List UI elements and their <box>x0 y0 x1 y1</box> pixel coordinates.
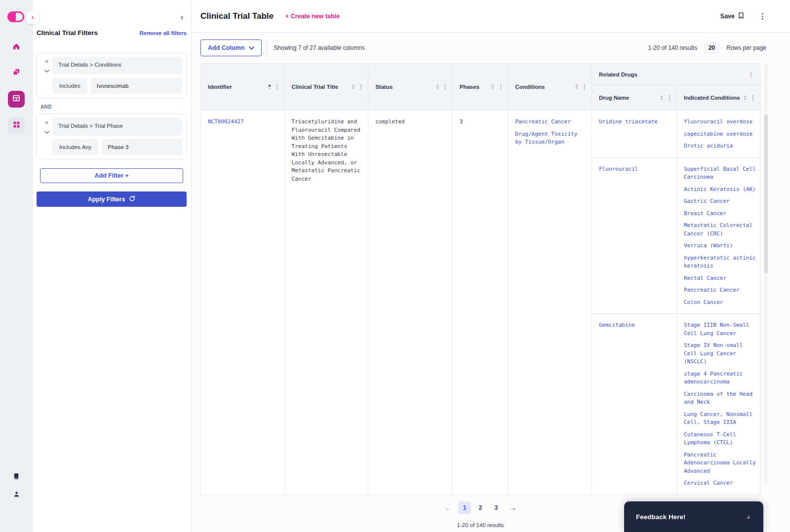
sort-icon[interactable] <box>436 84 439 90</box>
refresh-icon <box>129 195 135 203</box>
column-header-identifier[interactable]: Identifier ⋮ <box>201 64 285 110</box>
sidebar-item-apps[interactable] <box>8 117 25 134</box>
home-icon <box>12 42 20 52</box>
page-title: Clinical Trial Table <box>200 11 274 21</box>
indication-link[interactable]: Superficial Basal Cell Carcinoma <box>684 165 757 182</box>
previous-page-arrow-icon[interactable]: ← <box>440 501 455 514</box>
table-menu-kebab-icon[interactable]: ⋮ <box>759 12 766 20</box>
condition-link[interactable]: Pancreatic Cancer <box>515 118 587 126</box>
filter-operator-selector[interactable]: Includes Any <box>52 139 98 155</box>
indication-link[interactable]: Stage IV Non-small Cell Lung Cancer (NSC… <box>684 342 757 366</box>
indication-link[interactable]: stage 4 Pancreatic adenocarcinoma <box>684 370 757 386</box>
column-kebab-icon[interactable]: ⋮ <box>748 72 754 77</box>
panel-collapse-button[interactable]: ‹ <box>181 13 183 22</box>
column-header-conditions[interactable]: Conditions ⋮ <box>508 64 592 110</box>
pill-logo-icon[interactable] <box>7 11 24 24</box>
page-button-1[interactable]: 1 <box>458 501 471 514</box>
drug-name-link[interactable]: Uridine triacetate <box>592 111 677 157</box>
page-button-3[interactable]: 3 <box>490 501 503 514</box>
column-header-status[interactable]: Status ⋮ <box>368 64 453 110</box>
column-label: Drug Name <box>599 95 660 101</box>
filter-value-input[interactable]: Phase 3 <box>102 139 182 155</box>
cell-trial-title: Triacetyluridine and Fluorouracil Compar… <box>285 111 369 494</box>
chevron-down-icon[interactable] <box>44 127 49 136</box>
indication-link[interactable]: capecitabine overdose <box>684 130 757 139</box>
sidebar-item-home[interactable] <box>8 39 25 56</box>
column-header-phases[interactable]: Phases ⋮ <box>453 64 509 110</box>
sort-icon[interactable] <box>491 84 494 90</box>
column-header-indicated-conditions[interactable]: Indicated Conditions ⋮ <box>677 85 760 110</box>
remove-filter-icon[interactable]: × <box>45 59 49 64</box>
indication-link[interactable]: Verruca (Warts) <box>684 242 757 250</box>
drug-name-link[interactable]: Fluorouracil <box>592 158 677 314</box>
sort-icon[interactable] <box>744 95 747 101</box>
remove-all-filters-link[interactable]: Remove all filters <box>140 30 187 36</box>
drug-name-link[interactable]: Gemcitabine <box>592 314 677 494</box>
indication-link[interactable]: Metastatic Colorectal Cancer (CRC) <box>684 222 757 238</box>
column-header-drug-name[interactable]: Drug Name ⋮ <box>592 85 677 110</box>
filter-field-selector[interactable]: Trial Details > Trial Phase <box>52 118 182 136</box>
table-toolbar: Add Column Showing 7 of 27 available col… <box>192 33 790 63</box>
sort-icon[interactable] <box>660 95 663 101</box>
indication-link[interactable]: Orotic aciduria <box>684 142 757 151</box>
create-new-table-link[interactable]: + Create new table <box>285 13 340 20</box>
clinical-trial-table: Identifier ⋮ Clinical Trial Title ⋮ Stat… <box>200 63 760 495</box>
remove-filter-icon[interactable]: × <box>45 120 49 125</box>
add-filter-button[interactable]: Add Filter + <box>40 168 183 183</box>
chevron-down-icon[interactable] <box>44 66 49 75</box>
indication-link[interactable]: Gastric Cancer <box>684 197 757 206</box>
indication-link[interactable]: Colon Cancer <box>684 299 757 307</box>
column-kebab-icon[interactable]: ⋮ <box>582 84 588 90</box>
indication-link[interactable]: fluorouracil overdose <box>684 118 757 126</box>
feedback-button[interactable]: Feedback Here! ▲ <box>624 501 763 532</box>
next-page-arrow-icon[interactable]: → <box>506 501 520 514</box>
indication-link[interactable]: Lung Cancer, Nonsmall Cell, Stage IIIA <box>684 411 757 427</box>
indication-link[interactable]: Cervical Cancer <box>684 479 757 488</box>
filter-conjunction-label: AND <box>40 104 187 110</box>
sidebar-expand-button[interactable]: › <box>26 11 39 24</box>
chevron-left-icon: ‹ <box>181 13 183 21</box>
indication-link[interactable]: Breast Cancer <box>684 210 757 218</box>
condition-link[interactable]: Drug/Agent Toxicity by Tissue/Organ <box>515 130 587 147</box>
column-kebab-icon[interactable]: ⋮ <box>750 95 756 101</box>
sort-icon[interactable] <box>575 84 578 90</box>
drug-subrow: Fluorouracil Superficial Basal Cell Carc… <box>592 158 760 314</box>
indication-link[interactable]: Carcinoma of the Head and Neck <box>684 390 757 407</box>
column-kebab-icon[interactable]: ⋮ <box>358 84 364 90</box>
cell-conditions: Pancreatic CancerDrug/Agent Toxicity by … <box>508 111 592 494</box>
sidebar-item-documents[interactable] <box>8 65 25 81</box>
column-kebab-icon[interactable]: ⋮ <box>667 95 672 101</box>
column-kebab-icon[interactable]: ⋮ <box>442 84 448 90</box>
column-label: Clinical Trial Title <box>292 84 352 90</box>
save-button[interactable]: Save <box>720 12 744 21</box>
indication-link[interactable]: hyperkeratotic actinic keratosis <box>684 254 757 270</box>
apply-filters-button[interactable]: Apply Filters <box>37 191 187 207</box>
column-label: Status <box>375 84 436 90</box>
table-header-row: Identifier ⋮ Clinical Trial Title ⋮ Stat… <box>201 64 760 111</box>
sort-icon[interactable] <box>268 84 271 90</box>
pagination-summary: 1-20 of 140 results <box>457 522 504 528</box>
sidebar-item-tables[interactable] <box>8 91 25 108</box>
drug-indications: fluorouracil overdosecapecitabine overdo… <box>677 111 760 157</box>
indication-link[interactable]: Pancreatic Adenocarcinoma Locally Advanc… <box>684 451 757 476</box>
icon-rail: › <box>0 0 33 532</box>
indication-link[interactable]: Stage IIIB Non-Small Cell Lung Cancer <box>684 321 757 338</box>
indication-link[interactable]: Rectal Cancer <box>684 274 757 283</box>
rows-per-page-select[interactable]: 20 <box>704 42 719 54</box>
column-kebab-icon[interactable]: ⋮ <box>275 84 280 90</box>
column-kebab-icon[interactable]: ⋮ <box>498 84 504 90</box>
filter-field-selector[interactable]: Trial Details > Conditions <box>52 57 182 75</box>
page-button-2[interactable]: 2 <box>474 501 487 514</box>
indication-link[interactable]: Pancreatic Cancer <box>684 286 757 295</box>
indication-link[interactable]: Cutaneous T-Cell Lymphoma (CTCL) <box>684 431 757 447</box>
cell-identifier[interactable]: NCT00024427 <box>201 111 285 494</box>
add-column-button[interactable]: Add Column <box>200 39 262 56</box>
filter-operator-selector[interactable]: Includes <box>52 78 87 94</box>
sort-icon[interactable] <box>352 84 355 90</box>
column-header-trial-title[interactable]: Clinical Trial Title ⋮ <box>285 64 369 110</box>
filter-value-input[interactable]: Ivonescimab <box>91 78 182 94</box>
sidebar-item-docs-help[interactable] <box>0 473 33 482</box>
indication-link[interactable]: Actinic Keratosis (AK) <box>684 186 757 194</box>
sidebar-item-account[interactable] <box>0 491 33 499</box>
vertical-scrollbar-thumb[interactable] <box>764 115 768 273</box>
